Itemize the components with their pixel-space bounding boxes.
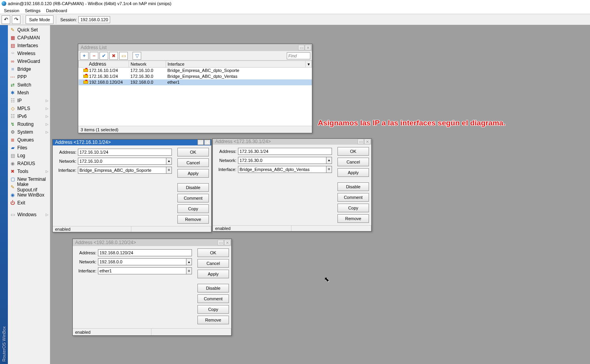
col-menu[interactable]: ▾	[306, 61, 312, 68]
titlebar[interactable]: Address <172.16.30.1/24> ▭ ✕	[213, 139, 371, 145]
interface-input[interactable]	[98, 267, 186, 274]
restore-icon[interactable]: ▭	[358, 139, 364, 144]
remove-button[interactable]: Remove	[177, 215, 209, 224]
network-input[interactable]	[78, 158, 166, 165]
remove-button[interactable]: −	[90, 52, 98, 60]
titlebar[interactable]: Address <172.16.10.1/24> ▭ ✕	[53, 140, 211, 145]
menu-session[interactable]: Session	[2, 8, 22, 13]
sidebar-item-wireless[interactable]: Wireless	[8, 50, 50, 57]
network-input[interactable]	[98, 258, 186, 265]
sidebar-item-mpls[interactable]: MPLS▷	[8, 105, 50, 112]
chevron-up-icon[interactable]: ▲	[326, 157, 332, 164]
sidebar-item-tools[interactable]: Tools▷	[8, 167, 50, 175]
sidebar-item-mesh[interactable]: Mesh	[8, 89, 50, 97]
close-icon[interactable]: ✕	[204, 140, 210, 145]
ok-button[interactable]: OK	[197, 248, 229, 257]
address-label: Address:	[56, 150, 78, 154]
titlebar[interactable]: Address <192.168.0.120/24> ▭ ✕	[73, 239, 231, 246]
network-input[interactable]	[238, 157, 326, 164]
sidebar-item-switch[interactable]: Switch	[8, 81, 50, 89]
apply-button[interactable]: Apply	[337, 168, 369, 177]
apply-button[interactable]: Apply	[177, 169, 209, 178]
address-list-window[interactable]: Address List ▭ ✕ + − ✔ ✖ ▭ ▽ Address	[78, 44, 312, 133]
col-address[interactable]: Address	[79, 61, 129, 68]
chevron-up-icon[interactable]: ▲	[186, 258, 192, 265]
sidebar-item-ip[interactable]: IP▷	[8, 97, 50, 105]
restore-icon[interactable]: ▭	[298, 45, 304, 50]
restore-icon[interactable]: ▭	[218, 240, 224, 245]
close-icon[interactable]: ✕	[364, 139, 371, 144]
add-button[interactable]: +	[80, 52, 88, 60]
ok-button[interactable]: OK	[177, 148, 209, 156]
sidebar-item-new-winbox[interactable]: New WinBox	[8, 191, 50, 199]
sidebar-item-bridge[interactable]: Bridge	[8, 65, 50, 73]
sidebar-item-quick-set[interactable]: Quick Set	[8, 26, 50, 34]
interface-input[interactable]	[238, 166, 326, 173]
cancel-button[interactable]: Cancel	[337, 158, 369, 166]
copy-button[interactable]: Copy	[177, 204, 209, 213]
interface-input[interactable]	[78, 167, 166, 174]
remove-button[interactable]: Remove	[337, 214, 369, 223]
chevron-up-icon[interactable]: ▲	[166, 158, 172, 165]
titlebar[interactable]: Address List ▭ ✕	[78, 44, 312, 51]
table-row[interactable]: 172.16.30.1/24172.16.30.0Bridge_Empresa_…	[79, 74, 312, 79]
sidebar-item-queues[interactable]: Queues	[8, 136, 50, 144]
sidebar-item-make-supout-rif[interactable]: Make Supout.rif	[8, 183, 50, 191]
cancel-button[interactable]: Cancel	[197, 259, 229, 268]
apply-button[interactable]: Apply	[197, 270, 229, 278]
sidebar-item-ppp[interactable]: PPP	[8, 73, 50, 81]
filter-button[interactable]: ▽	[133, 52, 141, 60]
sidebar-item-log[interactable]: Log	[8, 152, 50, 160]
copy-button[interactable]: Copy	[337, 204, 369, 212]
address-window-1[interactable]: Address <172.16.10.1/24> ▭ ✕ Address: Ne…	[52, 139, 212, 232]
copy-button[interactable]: Copy	[197, 305, 229, 314]
safe-mode-button[interactable]: Safe Mode	[26, 15, 53, 24]
sidebar-item-radius[interactable]: RADIUS	[8, 160, 50, 167]
statusbar: enabled	[73, 328, 231, 335]
chevron-down-icon[interactable]: ∓	[186, 267, 192, 274]
address-input[interactable]	[98, 249, 192, 256]
table-row[interactable]: 172.16.10.1/24172.16.10.0Bridge_Empresa_…	[79, 68, 312, 74]
sidebar-item-interfaces[interactable]: Interfaces	[8, 42, 50, 50]
menu-settings[interactable]: Settings	[22, 8, 43, 13]
close-icon[interactable]: ✕	[224, 240, 230, 245]
disable-button[interactable]: ✖	[109, 52, 118, 60]
address-input[interactable]	[78, 149, 172, 156]
sidebar-item-wireguard[interactable]: WireGuard	[8, 57, 50, 65]
address-grid[interactable]: Address Network Interface ▾ 172.16.10.1/…	[78, 61, 312, 126]
find-input[interactable]	[287, 52, 310, 59]
remove-button[interactable]: Remove	[197, 316, 229, 324]
address-window-3[interactable]: Address <192.168.0.120/24> ▭ ✕ Address: …	[72, 239, 232, 336]
ok-button[interactable]: OK	[337, 147, 369, 156]
disable-button[interactable]: Disable	[197, 284, 229, 292]
sidebar-item-files[interactable]: Files	[8, 144, 50, 152]
sidebar-item-ipv6[interactable]: IPv6▷	[8, 112, 50, 120]
comment-button[interactable]: Comment	[337, 193, 369, 202]
disable-button[interactable]: Disable	[337, 182, 369, 191]
close-icon[interactable]: ✕	[305, 45, 311, 50]
table-row[interactable]: 192.168.0.120/24192.168.0.0ether1	[79, 79, 312, 85]
col-interface[interactable]: Interface	[166, 61, 306, 68]
sidebar-item-windows[interactable]: Windows▷	[8, 211, 50, 219]
statusbar: enabled	[213, 225, 371, 231]
sidebar-item-system[interactable]: System▷	[8, 128, 50, 136]
chevron-down-icon[interactable]: ∓	[166, 167, 172, 174]
disable-button[interactable]: Disable	[177, 183, 209, 192]
chevron-down-icon[interactable]: ∓	[326, 166, 332, 173]
address-input[interactable]	[238, 148, 332, 155]
comment-button[interactable]: ▭	[119, 52, 128, 60]
sidebar-item-capsman[interactable]: CAPsMAN	[8, 34, 50, 42]
col-network[interactable]: Network	[129, 61, 166, 68]
redo-button[interactable]: ↷	[12, 15, 20, 24]
undo-button[interactable]: ↶	[2, 15, 10, 24]
cancel-button[interactable]: Cancel	[177, 158, 209, 167]
enable-button[interactable]: ✔	[100, 52, 108, 60]
address-window-2[interactable]: Address <172.16.30.1/24> ▭ ✕ Address: Ne…	[212, 138, 372, 232]
sidebar-item-exit[interactable]: Exit	[8, 199, 50, 207]
switch-icon	[9, 82, 16, 88]
restore-icon[interactable]: ▭	[197, 140, 204, 145]
menu-dashboard[interactable]: Dashboard	[44, 8, 70, 13]
sidebar-item-routing[interactable]: Routing▷	[8, 120, 50, 128]
comment-button[interactable]: Comment	[197, 294, 229, 303]
comment-button[interactable]: Comment	[177, 194, 209, 202]
